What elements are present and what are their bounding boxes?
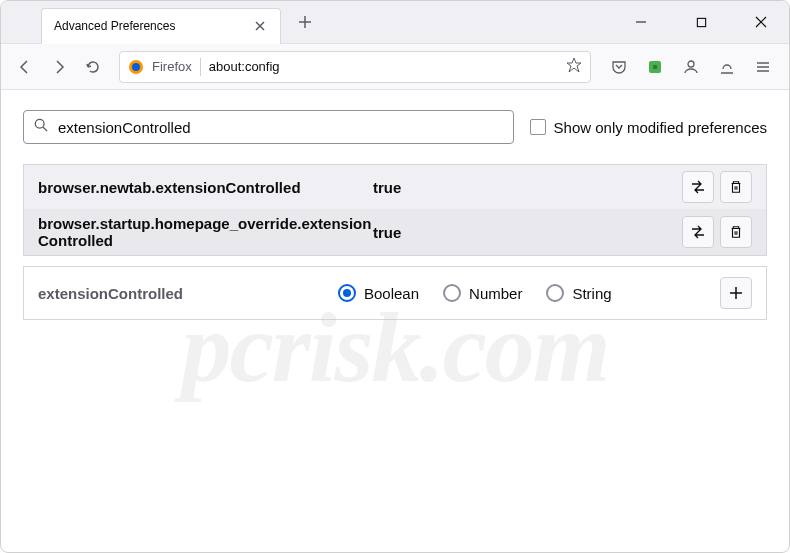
url-separator [200,58,201,76]
extension-icon[interactable] [641,53,669,81]
close-window-button[interactable] [741,6,781,38]
titlebar: Advanced Preferences [1,1,789,44]
toggle-button[interactable] [682,216,714,248]
identity-label: Firefox [152,59,192,74]
radio-number[interactable]: Number [443,284,522,302]
pref-actions [682,171,752,203]
account-icon[interactable] [677,53,705,81]
pref-row: browser.newtab.extensionControlled true [24,165,766,209]
radio-label: String [572,285,611,302]
navbar: Firefox about:config [1,44,789,90]
checkbox-label: Show only modified preferences [554,119,767,136]
star-icon[interactable] [566,57,582,77]
forward-button[interactable] [43,51,75,83]
radio-icon [546,284,564,302]
radio-label: Number [469,285,522,302]
delete-button[interactable] [720,171,752,203]
svg-point-5 [688,61,694,67]
new-preference-row: extensionControlled Boolean Number Strin… [23,266,767,320]
pref-row: browser.startup.homepage_override.extens… [24,209,766,255]
search-row: Show only modified preferences [23,110,767,144]
modified-only-checkbox[interactable]: Show only modified preferences [530,119,767,136]
radio-label: Boolean [364,285,419,302]
downloads-icon[interactable] [713,53,741,81]
checkbox-icon [530,119,546,135]
back-button[interactable] [9,51,41,83]
pref-name: browser.startup.homepage_override.extens… [38,215,373,249]
new-tab-button[interactable] [291,8,319,36]
pocket-icon[interactable] [605,53,633,81]
toggle-button[interactable] [682,171,714,203]
pref-value: true [373,224,682,241]
type-radio-group: Boolean Number String [338,284,720,302]
app-menu-icon[interactable] [749,53,777,81]
radio-string[interactable]: String [546,284,611,302]
radio-icon [443,284,461,302]
delete-button[interactable] [720,216,752,248]
svg-rect-0 [697,18,705,26]
maximize-button[interactable] [681,6,721,38]
svg-point-6 [35,119,44,128]
add-button[interactable] [720,277,752,309]
search-box[interactable] [23,110,514,144]
pref-actions [682,216,752,248]
tab-title: Advanced Preferences [54,19,252,33]
pref-value: true [373,179,682,196]
svg-rect-4 [653,65,657,69]
radio-boolean[interactable]: Boolean [338,284,419,302]
window-controls [621,6,789,38]
preference-table: browser.newtab.extensionControlled true … [23,164,767,256]
toolbar-icons [601,53,781,81]
browser-tab[interactable]: Advanced Preferences [41,8,281,44]
new-pref-name: extensionControlled [38,285,338,302]
tab-strip: Advanced Preferences [1,1,621,44]
search-input[interactable] [58,119,503,136]
close-tab-icon[interactable] [252,18,268,34]
url-text: about:config [209,59,558,74]
page-content: Show only modified preferences browser.n… [1,90,789,340]
url-bar[interactable]: Firefox about:config [119,51,591,83]
reload-button[interactable] [77,51,109,83]
pref-name: browser.newtab.extensionControlled [38,179,373,196]
minimize-button[interactable] [621,6,661,38]
search-icon [34,118,48,136]
radio-icon [338,284,356,302]
svg-point-2 [132,63,140,71]
firefox-icon [128,59,144,75]
